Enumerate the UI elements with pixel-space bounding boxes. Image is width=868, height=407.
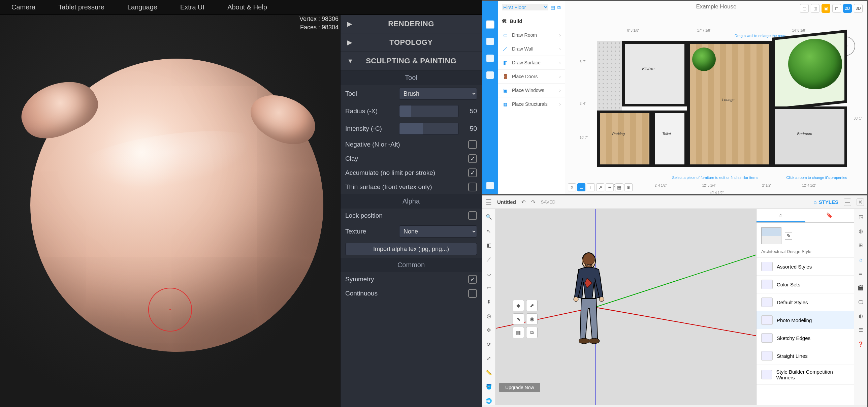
tray-styles-icon[interactable]: ⌂	[857, 255, 865, 263]
mode-export-icon[interactable]	[486, 71, 494, 79]
ctx-tool-6[interactable]: ⧉	[526, 327, 537, 338]
radius-slider[interactable]	[399, 105, 459, 117]
mode-furnish-icon[interactable]	[486, 38, 494, 45]
style-item[interactable]: Style Builder Competition Winners	[756, 365, 854, 385]
tray-entity-icon[interactable]: ◳	[857, 213, 865, 221]
item-place-doors[interactable]: 🚪Place Doors›	[498, 70, 565, 84]
ctx-tool-1[interactable]: ◆	[513, 300, 524, 311]
paint-tool-icon[interactable]: 🪣	[485, 383, 493, 391]
tape-tool-icon[interactable]: 📏	[485, 369, 493, 377]
ctx-tool-5[interactable]: ▦	[513, 327, 524, 338]
style-item[interactable]: Default Styles	[756, 293, 854, 311]
tray-components-icon[interactable]: ⊞	[857, 241, 865, 249]
chk-negative[interactable]	[468, 140, 477, 149]
texture-select[interactable]: None	[399, 225, 477, 238]
menu-extraui[interactable]: Extra UI	[176, 1, 209, 14]
viewport-3d[interactable]	[0, 15, 340, 407]
item-place-structurals[interactable]: ▦Place Structurals›	[498, 97, 565, 111]
room-kitchen[interactable]	[622, 41, 687, 106]
view-2d[interactable]: 2D	[843, 4, 852, 13]
model-viewport[interactable]: ◆ ⬈ ⬉ ◉ ▦ ⧉	[496, 209, 756, 405]
style-item[interactable]: Color Sets	[756, 276, 854, 293]
tray-display-icon[interactable]: 🖵	[857, 298, 865, 306]
section-sculpting[interactable]: ▼SCULPTING & PAINTING	[341, 52, 482, 70]
mode-settings-icon[interactable]	[486, 182, 494, 189]
search-icon[interactable]: 🔍	[485, 213, 493, 221]
menu-language[interactable]: Language	[123, 1, 162, 14]
tray-layers-icon[interactable]: ≣	[857, 270, 865, 278]
view-opt-4[interactable]: ◻	[832, 4, 841, 13]
mode-decorate-icon[interactable]	[486, 55, 494, 62]
line-tool-icon[interactable]: ／	[485, 255, 493, 263]
chk-symmetry[interactable]	[468, 275, 477, 284]
arc-tool-icon[interactable]: ◡	[485, 270, 493, 278]
scale-tool-icon[interactable]: ⤢	[485, 354, 493, 363]
tray-instructor-icon[interactable]: ❓	[857, 340, 865, 348]
ctx-tool-2[interactable]: ⬈	[526, 300, 537, 311]
select-tool-icon[interactable]: ↖	[485, 227, 493, 235]
item-draw-surface[interactable]: ◧Draw Surface›	[498, 56, 565, 70]
ctx-tool-4[interactable]: ◉	[526, 313, 537, 325]
move-tool-icon[interactable]: ✥	[485, 326, 493, 334]
menu-camera[interactable]: Camera	[7, 1, 40, 14]
view-opt-3[interactable]: ▣	[822, 4, 830, 13]
room-parking[interactable]	[597, 111, 652, 167]
plan-canvas[interactable]: Example House ▢ ◫ ▣ ◻ 2D 3D	[565, 1, 867, 194]
tool-grid-icon[interactable]: ▦	[615, 183, 623, 191]
orbit-tool-icon[interactable]: 🌐	[485, 397, 493, 405]
item-draw-room[interactable]: ▭Draw Room›	[498, 28, 565, 42]
edit-style-icon[interactable]: ✎	[785, 232, 792, 240]
chk-continuous[interactable]	[468, 289, 477, 298]
tray-scenes-icon[interactable]: 🎬	[857, 284, 865, 292]
panel-close-icon[interactable]: ✕	[857, 198, 864, 206]
menu-about[interactable]: About & Help	[223, 1, 272, 14]
section-topology[interactable]: ▶TOPOLOGY	[341, 33, 482, 52]
chk-thin[interactable]	[468, 183, 477, 191]
eraser-tool-icon[interactable]: ◧	[485, 241, 493, 249]
rect-tool-icon[interactable]: ▭	[485, 284, 493, 292]
intensity-slider[interactable]	[399, 123, 459, 135]
chk-accumulate[interactable]	[468, 168, 477, 177]
view-opt-1[interactable]: ▢	[800, 4, 809, 13]
rotate-tool-icon[interactable]: ⟳	[485, 340, 493, 348]
tool-measure-icon[interactable]: ⟂	[587, 183, 595, 191]
offset-tool-icon[interactable]: ◎	[485, 312, 493, 320]
mode-build-icon[interactable]	[486, 21, 494, 28]
styles-tab-browse[interactable]: 🔖	[805, 209, 854, 222]
ctx-tool-3[interactable]: ⬉	[513, 313, 524, 325]
panel-min-icon[interactable]: —	[844, 198, 851, 206]
section-rendering[interactable]: ▶RENDERING	[341, 15, 482, 33]
pushpull-tool-icon[interactable]: ⬍	[485, 298, 493, 306]
redo-icon[interactable]: ↷	[531, 199, 535, 205]
tool-export-icon[interactable]: ↗	[596, 183, 604, 191]
import-alpha-button[interactable]: Import alpha tex (jpg, png...)	[345, 243, 477, 255]
view-opt-2[interactable]: ◫	[811, 4, 819, 13]
item-draw-wall[interactable]: ／Draw Wall›	[498, 42, 565, 56]
tray-materials-icon[interactable]: ◍	[857, 227, 865, 235]
floor-plan[interactable]: Kitchen Lounge Parking Toilet Bedroom Dr…	[597, 41, 847, 167]
hamburger-icon[interactable]: ☰	[486, 198, 492, 206]
tray-outliner-icon[interactable]: ☰	[857, 326, 865, 334]
tray-shadows-icon[interactable]: ◐	[857, 312, 865, 320]
room-bedroom[interactable]	[772, 106, 847, 167]
style-item[interactable]: Sketchy Edges	[756, 329, 854, 347]
tool-select-icon[interactable]: ▭	[577, 183, 585, 191]
style-item[interactable]: Photo Modeling	[756, 311, 854, 329]
styles-tab-home[interactable]: ⌂	[756, 209, 805, 222]
style-item[interactable]: Straight Lines	[756, 347, 854, 365]
floor-selector[interactable]: First Floor ▤ ⧉	[498, 1, 565, 14]
area-gravel[interactable]	[597, 41, 622, 111]
style-item[interactable]: Assorted Styles	[756, 258, 854, 276]
layers-icon[interactable]: ▤	[550, 4, 555, 10]
tool-settings-icon[interactable]: ⚙	[624, 183, 632, 191]
menu-tablet[interactable]: Tablet pressure	[54, 1, 109, 14]
view-3d[interactable]: 3D	[854, 4, 863, 13]
duplicate-icon[interactable]: ⧉	[557, 4, 561, 10]
tool-layers-icon[interactable]: ≣	[606, 183, 614, 191]
undo-icon[interactable]: ↶	[521, 199, 526, 205]
item-place-windows[interactable]: ▣Place Windows›	[498, 84, 565, 97]
room-toilet[interactable]	[652, 111, 687, 167]
tool-pan-icon[interactable]: ⤧	[568, 183, 576, 191]
upgrade-button[interactable]: Upgrade Now	[499, 383, 540, 392]
chk-clay[interactable]	[468, 154, 477, 163]
